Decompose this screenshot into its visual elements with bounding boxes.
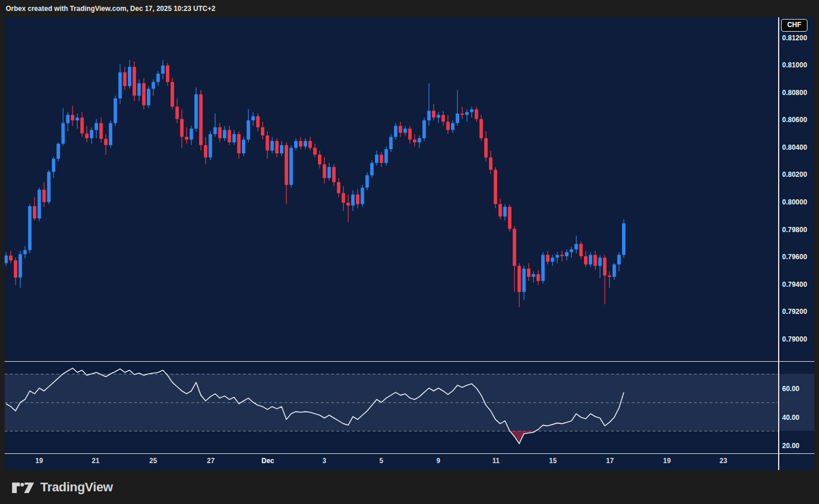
rsi-panel-canvas[interactable]	[5, 362, 778, 453]
price-tick-label: 0.79800	[782, 225, 807, 234]
time-tick-label: 5	[369, 454, 394, 469]
credit-text: Orbex created with TradingView.com, Dec …	[6, 5, 215, 13]
price-tick-label: 0.79200	[782, 307, 807, 316]
price-tick-label: 0.79600	[782, 252, 807, 262]
tradingview-wordmark: TradingView	[40, 480, 113, 495]
time-tick-label: 21	[83, 454, 108, 469]
time-tick-label: 17	[597, 454, 623, 469]
price-chart-canvas[interactable]	[5, 17, 778, 361]
time-tick-label: 25	[141, 454, 166, 469]
time-tick-label: 11	[483, 454, 509, 469]
time-axis[interactable]: 19212527Dec3591115171923	[5, 454, 778, 469]
price-tick-label: 0.81000	[782, 60, 807, 70]
symbol-badge: CHF	[781, 19, 807, 32]
rsi-tick-label: 40.00	[782, 413, 799, 422]
time-tick-label: Dec	[255, 454, 280, 469]
time-tick-label: 23	[711, 454, 736, 469]
time-tick-label: 19	[26, 454, 52, 469]
price-axis[interactable]: CHF 0.812000.810000.808000.806000.804000…	[779, 17, 814, 470]
footer: TradingView	[0, 470, 819, 504]
price-tick-label: 0.80000	[782, 198, 807, 207]
price-tick-label: 0.81200	[782, 33, 807, 43]
price-tick-label: 0.80400	[782, 143, 807, 152]
time-tick-label: 9	[426, 454, 451, 469]
rsi-tick-label: 60.00	[782, 384, 799, 393]
rsi-tick-label: 20.00	[782, 441, 799, 450]
pane-separator-top[interactable]	[5, 361, 814, 362]
time-tick-label: 19	[654, 454, 680, 469]
time-tick-label: 3	[312, 454, 337, 469]
credit-bar: Orbex created with TradingView.com, Dec …	[0, 0, 819, 17]
price-tick-label: 0.79000	[782, 335, 807, 344]
time-tick-label: 27	[198, 454, 223, 469]
price-tick-label: 0.80600	[782, 115, 807, 124]
price-tick-label: 0.79400	[782, 280, 807, 289]
price-tick-label: 0.80200	[782, 170, 807, 179]
tradingview-logo-icon	[12, 479, 35, 496]
time-tick-label: 15	[540, 454, 566, 469]
price-tick-label: 0.80800	[782, 88, 807, 97]
